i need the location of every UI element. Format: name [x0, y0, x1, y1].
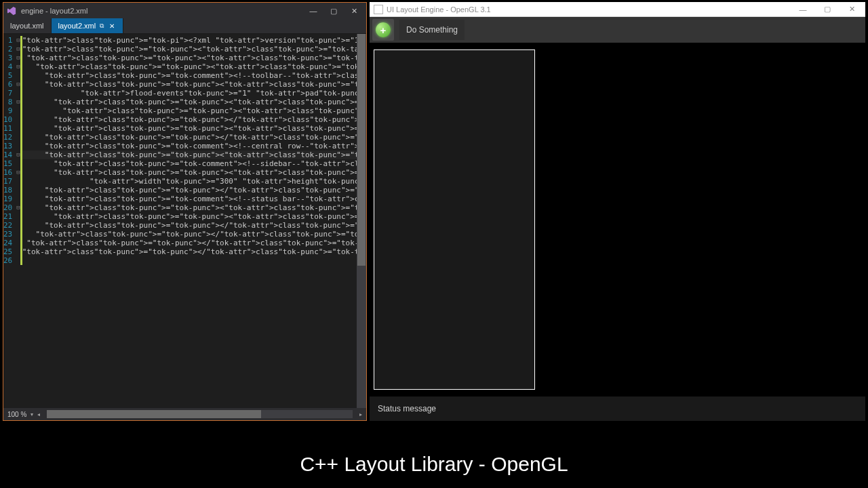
code-line[interactable]: "tok-attr">class"tok-punc">="tok-punc"><… [20, 247, 366, 256]
close-icon[interactable]: ✕ [108, 22, 116, 30]
code-line[interactable]: "tok-attr">class"tok-punc">="tok-comment… [20, 71, 366, 80]
horizontal-scrollbar[interactable] [47, 410, 353, 418]
gl-titlebar: UI Layout Engine - OpenGL 3.1 — ▢ ✕ [370, 2, 865, 17]
code-line[interactable]: "tok-attr">class"tok-punc">="tok-comment… [20, 195, 366, 203]
close-button[interactable]: ✕ [344, 5, 363, 17]
code-line[interactable]: "tok-attr">class"tok-punc">="tok-punc"><… [20, 106, 366, 115]
minimize-button[interactable]: — [304, 5, 323, 17]
tab-label: layout.xml [10, 22, 44, 30]
zoom-dropdown-icon[interactable]: ▾ [31, 411, 33, 418]
line-number-gutter: 1234567891011121314151617181920212223242… [3, 34, 16, 408]
scroll-right-icon[interactable]: ▸ [359, 411, 362, 418]
code-line[interactable]: "tok-attr">class"tok-punc">="tok-punc"><… [20, 221, 366, 230]
add-icon: + [376, 22, 391, 37]
tab-layout-xml[interactable]: layout.xml [3, 18, 52, 33]
code-line[interactable]: "tok-attr">flood-events"tok-punc">="1" "… [20, 89, 366, 98]
code-line[interactable]: "tok-attr">class"tok-punc">="tok-punc"><… [20, 80, 366, 89]
sidebar-panel [374, 49, 535, 390]
do-something-button[interactable]: Do Something [399, 20, 465, 40]
central-row [370, 43, 865, 396]
code-area[interactable]: "tok-attr">class"tok-punc">="tok-pi"><?x… [20, 34, 366, 408]
app-icon [374, 5, 383, 14]
tab-label: layout2.xml [58, 22, 96, 30]
tab-layout2-xml[interactable]: layout2.xml ⧉ ✕ [52, 18, 124, 33]
status-bar: Status message [370, 396, 865, 421]
vs-logo-icon [6, 5, 17, 16]
scrollbar-thumb[interactable] [357, 34, 366, 266]
toolbar: + Do Something [370, 17, 865, 43]
code-line[interactable]: "tok-attr">class"tok-punc">="tok-punc"><… [20, 124, 366, 133]
code-line[interactable]: "tok-attr">class"tok-punc">="tok-pi"><?x… [20, 36, 366, 45]
close-button[interactable]: ✕ [840, 3, 864, 16]
code-line[interactable]: "tok-attr">class"tok-punc">="tok-punc"><… [20, 133, 366, 142]
code-line[interactable]: "tok-attr">class"tok-punc">="tok-punc"><… [20, 203, 366, 212]
code-line[interactable]: "tok-attr">width"tok-punc">="300" "tok-a… [20, 177, 366, 186]
vertical-scrollbar[interactable] [357, 34, 366, 408]
button-label: Do Something [406, 25, 458, 35]
code-line[interactable]: "tok-attr">class"tok-punc">="tok-punc"><… [20, 150, 366, 159]
code-line[interactable]: "tok-attr">class"tok-punc">="tok-punc"><… [20, 98, 366, 106]
code-line[interactable]: "tok-attr">class"tok-punc">="tok-comment… [20, 159, 366, 168]
vs-window-title: engine - layout2.xml [21, 7, 304, 15]
code-line[interactable]: "tok-attr">class"tok-punc">="tok-punc"><… [20, 186, 366, 195]
code-line[interactable]: "tok-attr">class"tok-punc">="tok-punc"><… [20, 115, 366, 124]
maximize-button[interactable]: ▢ [324, 5, 343, 17]
add-button[interactable]: + [372, 19, 394, 41]
vs-statusbar: 100 % ▾ ◂ ▸ [3, 408, 366, 420]
vs-tab-bar: layout.xml layout2.xml ⧉ ✕ [3, 19, 366, 34]
scrollbar-thumb[interactable] [47, 410, 260, 418]
opengl-window: UI Layout Engine - OpenGL 3.1 — ▢ ✕ + Do… [370, 2, 865, 421]
code-editor[interactable]: 1234567891011121314151617181920212223242… [3, 34, 366, 408]
code-line[interactable]: "tok-attr">class"tok-punc">="tok-punc"><… [20, 62, 366, 71]
code-line[interactable]: "tok-attr">class"tok-punc">="tok-punc"><… [20, 239, 366, 247]
gl-content: + Do Something Status message [370, 17, 865, 421]
scroll-left-icon[interactable]: ◂ [37, 411, 40, 418]
maximize-button[interactable]: ▢ [815, 3, 840, 16]
code-line[interactable]: "tok-attr">class"tok-punc">="tok-punc"><… [20, 230, 366, 239]
zoom-level[interactable]: 100 % [7, 411, 26, 418]
vs-titlebar: engine - layout2.xml — ▢ ✕ [3, 3, 366, 19]
vs-window: engine - layout2.xml — ▢ ✕ layout.xml la… [3, 2, 367, 421]
status-text: Status message [378, 404, 436, 413]
code-line[interactable]: "tok-attr">class"tok-punc">="tok-punc"><… [20, 54, 366, 62]
code-line[interactable]: "tok-attr">class"tok-punc">="tok-punc"><… [20, 45, 366, 54]
minimize-button[interactable]: — [791, 3, 815, 16]
video-caption: C++ Layout Library - OpenGL [0, 453, 868, 476]
code-line[interactable]: "tok-attr">class"tok-punc">="tok-punc"><… [20, 168, 366, 177]
code-line[interactable]: "tok-attr">class"tok-punc">="tok-punc"><… [20, 212, 366, 221]
code-line[interactable] [20, 256, 366, 265]
code-line[interactable]: "tok-attr">class"tok-punc">="tok-comment… [20, 142, 366, 150]
gl-window-title: UI Layout Engine - OpenGL 3.1 [387, 5, 491, 14]
preview-icon: ⧉ [100, 22, 104, 30]
